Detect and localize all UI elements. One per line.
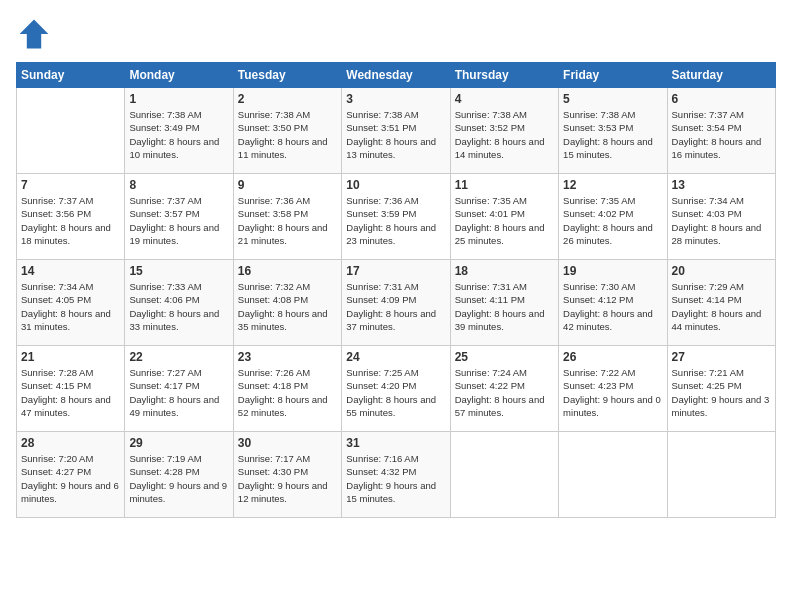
day-number: 20: [672, 264, 771, 278]
calendar-cell: 22Sunrise: 7:27 AMSunset: 4:17 PMDayligh…: [125, 346, 233, 432]
day-info: Sunrise: 7:28 AMSunset: 4:15 PMDaylight:…: [21, 366, 120, 419]
day-info: Sunrise: 7:38 AMSunset: 3:49 PMDaylight:…: [129, 108, 228, 161]
day-info: Sunrise: 7:36 AMSunset: 3:59 PMDaylight:…: [346, 194, 445, 247]
day-info: Sunrise: 7:38 AMSunset: 3:50 PMDaylight:…: [238, 108, 337, 161]
calendar-cell: 24Sunrise: 7:25 AMSunset: 4:20 PMDayligh…: [342, 346, 450, 432]
day-number: 12: [563, 178, 662, 192]
day-info: Sunrise: 7:27 AMSunset: 4:17 PMDaylight:…: [129, 366, 228, 419]
day-number: 6: [672, 92, 771, 106]
day-number: 30: [238, 436, 337, 450]
calendar-week-row: 14Sunrise: 7:34 AMSunset: 4:05 PMDayligh…: [17, 260, 776, 346]
calendar-cell: 14Sunrise: 7:34 AMSunset: 4:05 PMDayligh…: [17, 260, 125, 346]
day-number: 29: [129, 436, 228, 450]
day-info: Sunrise: 7:31 AMSunset: 4:11 PMDaylight:…: [455, 280, 554, 333]
day-number: 25: [455, 350, 554, 364]
calendar-cell: 11Sunrise: 7:35 AMSunset: 4:01 PMDayligh…: [450, 174, 558, 260]
logo: [16, 16, 56, 52]
day-number: 18: [455, 264, 554, 278]
calendar-cell: [559, 432, 667, 518]
day-info: Sunrise: 7:34 AMSunset: 4:03 PMDaylight:…: [672, 194, 771, 247]
day-info: Sunrise: 7:35 AMSunset: 4:01 PMDaylight:…: [455, 194, 554, 247]
calendar-week-row: 28Sunrise: 7:20 AMSunset: 4:27 PMDayligh…: [17, 432, 776, 518]
day-number: 19: [563, 264, 662, 278]
calendar-cell: 3Sunrise: 7:38 AMSunset: 3:51 PMDaylight…: [342, 88, 450, 174]
day-number: 17: [346, 264, 445, 278]
day-number: 13: [672, 178, 771, 192]
calendar-cell: 6Sunrise: 7:37 AMSunset: 3:54 PMDaylight…: [667, 88, 775, 174]
calendar-cell: 2Sunrise: 7:38 AMSunset: 3:50 PMDaylight…: [233, 88, 341, 174]
calendar-cell: [667, 432, 775, 518]
weekday-header-row: SundayMondayTuesdayWednesdayThursdayFrid…: [17, 63, 776, 88]
weekday-header-wednesday: Wednesday: [342, 63, 450, 88]
logo-icon: [16, 16, 52, 52]
day-number: 16: [238, 264, 337, 278]
day-number: 22: [129, 350, 228, 364]
calendar-cell: 28Sunrise: 7:20 AMSunset: 4:27 PMDayligh…: [17, 432, 125, 518]
day-info: Sunrise: 7:37 AMSunset: 3:56 PMDaylight:…: [21, 194, 120, 247]
calendar-cell: 30Sunrise: 7:17 AMSunset: 4:30 PMDayligh…: [233, 432, 341, 518]
calendar-cell: 23Sunrise: 7:26 AMSunset: 4:18 PMDayligh…: [233, 346, 341, 432]
weekday-header-monday: Monday: [125, 63, 233, 88]
weekday-header-thursday: Thursday: [450, 63, 558, 88]
day-info: Sunrise: 7:38 AMSunset: 3:51 PMDaylight:…: [346, 108, 445, 161]
calendar-cell: 26Sunrise: 7:22 AMSunset: 4:23 PMDayligh…: [559, 346, 667, 432]
calendar-cell: 8Sunrise: 7:37 AMSunset: 3:57 PMDaylight…: [125, 174, 233, 260]
day-number: 21: [21, 350, 120, 364]
day-number: 24: [346, 350, 445, 364]
calendar-cell: 27Sunrise: 7:21 AMSunset: 4:25 PMDayligh…: [667, 346, 775, 432]
weekday-header-tuesday: Tuesday: [233, 63, 341, 88]
day-info: Sunrise: 7:34 AMSunset: 4:05 PMDaylight:…: [21, 280, 120, 333]
day-info: Sunrise: 7:31 AMSunset: 4:09 PMDaylight:…: [346, 280, 445, 333]
day-number: 11: [455, 178, 554, 192]
calendar-week-row: 7Sunrise: 7:37 AMSunset: 3:56 PMDaylight…: [17, 174, 776, 260]
calendar-week-row: 21Sunrise: 7:28 AMSunset: 4:15 PMDayligh…: [17, 346, 776, 432]
calendar-cell: 29Sunrise: 7:19 AMSunset: 4:28 PMDayligh…: [125, 432, 233, 518]
day-info: Sunrise: 7:37 AMSunset: 3:57 PMDaylight:…: [129, 194, 228, 247]
calendar-cell: 20Sunrise: 7:29 AMSunset: 4:14 PMDayligh…: [667, 260, 775, 346]
calendar-cell: 25Sunrise: 7:24 AMSunset: 4:22 PMDayligh…: [450, 346, 558, 432]
day-number: 28: [21, 436, 120, 450]
calendar-cell: 4Sunrise: 7:38 AMSunset: 3:52 PMDaylight…: [450, 88, 558, 174]
calendar-cell: 5Sunrise: 7:38 AMSunset: 3:53 PMDaylight…: [559, 88, 667, 174]
calendar-table: SundayMondayTuesdayWednesdayThursdayFrid…: [16, 62, 776, 518]
day-info: Sunrise: 7:24 AMSunset: 4:22 PMDaylight:…: [455, 366, 554, 419]
calendar-cell: 12Sunrise: 7:35 AMSunset: 4:02 PMDayligh…: [559, 174, 667, 260]
calendar-cell: 16Sunrise: 7:32 AMSunset: 4:08 PMDayligh…: [233, 260, 341, 346]
day-info: Sunrise: 7:16 AMSunset: 4:32 PMDaylight:…: [346, 452, 445, 505]
day-number: 23: [238, 350, 337, 364]
svg-marker-0: [20, 20, 49, 49]
calendar-cell: 1Sunrise: 7:38 AMSunset: 3:49 PMDaylight…: [125, 88, 233, 174]
day-number: 5: [563, 92, 662, 106]
day-info: Sunrise: 7:26 AMSunset: 4:18 PMDaylight:…: [238, 366, 337, 419]
calendar-cell: 18Sunrise: 7:31 AMSunset: 4:11 PMDayligh…: [450, 260, 558, 346]
day-info: Sunrise: 7:17 AMSunset: 4:30 PMDaylight:…: [238, 452, 337, 505]
day-number: 4: [455, 92, 554, 106]
day-info: Sunrise: 7:25 AMSunset: 4:20 PMDaylight:…: [346, 366, 445, 419]
calendar-cell: 13Sunrise: 7:34 AMSunset: 4:03 PMDayligh…: [667, 174, 775, 260]
day-info: Sunrise: 7:36 AMSunset: 3:58 PMDaylight:…: [238, 194, 337, 247]
weekday-header-friday: Friday: [559, 63, 667, 88]
day-info: Sunrise: 7:30 AMSunset: 4:12 PMDaylight:…: [563, 280, 662, 333]
day-number: 14: [21, 264, 120, 278]
weekday-header-sunday: Sunday: [17, 63, 125, 88]
calendar-cell: [450, 432, 558, 518]
day-number: 26: [563, 350, 662, 364]
day-info: Sunrise: 7:33 AMSunset: 4:06 PMDaylight:…: [129, 280, 228, 333]
day-info: Sunrise: 7:29 AMSunset: 4:14 PMDaylight:…: [672, 280, 771, 333]
day-info: Sunrise: 7:32 AMSunset: 4:08 PMDaylight:…: [238, 280, 337, 333]
day-number: 8: [129, 178, 228, 192]
day-info: Sunrise: 7:21 AMSunset: 4:25 PMDaylight:…: [672, 366, 771, 419]
calendar-week-row: 1Sunrise: 7:38 AMSunset: 3:49 PMDaylight…: [17, 88, 776, 174]
day-number: 15: [129, 264, 228, 278]
calendar-cell: 10Sunrise: 7:36 AMSunset: 3:59 PMDayligh…: [342, 174, 450, 260]
day-info: Sunrise: 7:37 AMSunset: 3:54 PMDaylight:…: [672, 108, 771, 161]
calendar-cell: 9Sunrise: 7:36 AMSunset: 3:58 PMDaylight…: [233, 174, 341, 260]
day-number: 3: [346, 92, 445, 106]
calendar-cell: 17Sunrise: 7:31 AMSunset: 4:09 PMDayligh…: [342, 260, 450, 346]
day-number: 7: [21, 178, 120, 192]
day-info: Sunrise: 7:35 AMSunset: 4:02 PMDaylight:…: [563, 194, 662, 247]
day-info: Sunrise: 7:38 AMSunset: 3:53 PMDaylight:…: [563, 108, 662, 161]
day-info: Sunrise: 7:38 AMSunset: 3:52 PMDaylight:…: [455, 108, 554, 161]
day-info: Sunrise: 7:20 AMSunset: 4:27 PMDaylight:…: [21, 452, 120, 505]
day-info: Sunrise: 7:22 AMSunset: 4:23 PMDaylight:…: [563, 366, 662, 419]
